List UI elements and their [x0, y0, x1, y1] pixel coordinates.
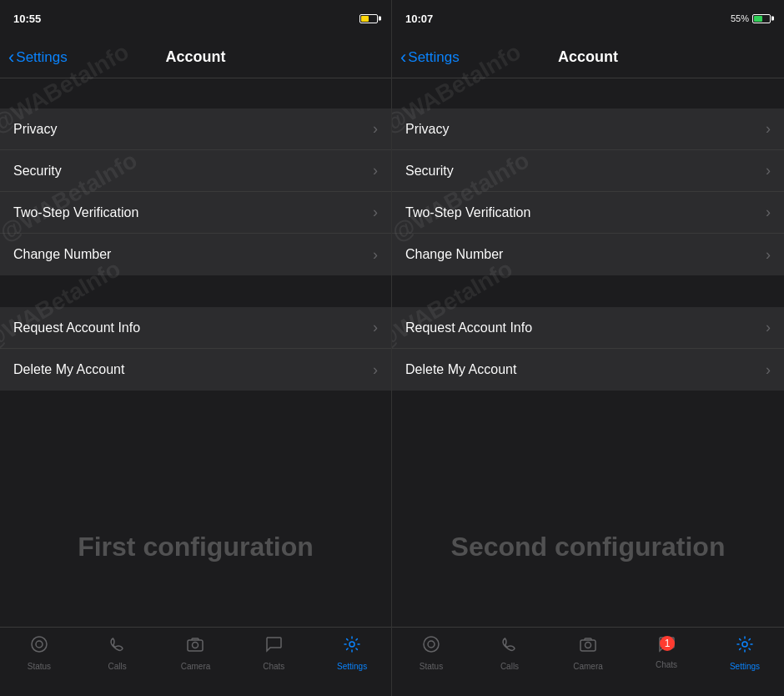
- svg-point-1: [36, 641, 43, 648]
- status-icon-2: [421, 634, 441, 659]
- settings-icon-2: [735, 634, 755, 659]
- tab-camera-2[interactable]: Camera: [549, 634, 627, 671]
- tab-calls-1[interactable]: Calls: [78, 634, 157, 671]
- tab-status-1[interactable]: Status: [0, 634, 78, 671]
- menu-label-security-2: Security: [405, 164, 454, 179]
- chevron-privacy-2: ›: [766, 120, 771, 138]
- chevron-deleteaccount-2: ›: [766, 361, 771, 379]
- tab-label-status-1: Status: [28, 662, 51, 671]
- battery-area-1: [359, 14, 378, 23]
- menu-item-requestinfo-1[interactable]: Request Account Info ›: [0, 307, 391, 349]
- chats-badge-2: 1: [660, 636, 675, 651]
- tab-label-calls-2: Calls: [500, 662, 519, 671]
- menu-item-security-2[interactable]: Security ›: [392, 150, 784, 192]
- menu-item-privacy-2[interactable]: Privacy ›: [392, 108, 784, 150]
- battery-fill-2: [754, 16, 762, 22]
- calls-icon-2: [500, 634, 520, 659]
- chevron-changenumber-1: ›: [373, 246, 378, 264]
- menu-label-twostep-1: Two-Step Verification: [13, 205, 138, 220]
- chevron-security-1: ›: [373, 162, 378, 179]
- time-2: 10:07: [405, 13, 433, 25]
- spacer-2b: [392, 277, 784, 307]
- svg-point-9: [742, 642, 747, 647]
- menu-item-privacy-1[interactable]: Privacy ›: [0, 108, 391, 150]
- menu-group-1a: Privacy › Security › Two-Step Verificati…: [0, 108, 391, 275]
- menu-item-deleteaccount-2[interactable]: Delete My Account ›: [392, 349, 784, 391]
- content-1: Privacy › Security › Two-Step Verificati…: [0, 78, 391, 627]
- back-label-2[interactable]: Settings: [408, 49, 459, 66]
- tab-bar-1: Status Calls Camera Chats Settings: [0, 627, 391, 696]
- spacer-2a: [392, 78, 784, 108]
- menu-label-changenumber-1: Change Number: [13, 247, 111, 262]
- menu-item-changenumber-1[interactable]: Change Number ›: [0, 234, 391, 275]
- battery-icon-1: [359, 14, 378, 23]
- nav-bar-1: ‹ Settings Account: [0, 37, 391, 78]
- svg-point-4: [349, 642, 354, 647]
- chevron-security-2: ›: [766, 162, 771, 179]
- menu-label-twostep-2: Two-Step Verification: [405, 205, 530, 220]
- camera-icon-2: [578, 634, 598, 659]
- calls-icon-1: [108, 634, 128, 659]
- menu-item-requestinfo-2[interactable]: Request Account Info ›: [392, 307, 784, 349]
- menu-label-deleteaccount-1: Delete My Account: [13, 362, 124, 377]
- chevron-requestinfo-1: ›: [373, 319, 378, 336]
- status-bar-2: 10:07 55%: [392, 0, 784, 37]
- battery-fill-1: [361, 16, 369, 22]
- menu-group-1b: Request Account Info › Delete My Account…: [0, 307, 391, 391]
- content-2: Privacy › Security › Two-Step Verificati…: [392, 78, 784, 627]
- battery-area-2: 55%: [731, 13, 771, 23]
- tab-label-camera-1: Camera: [181, 662, 211, 671]
- tab-calls-2[interactable]: Calls: [470, 634, 549, 671]
- back-chevron-1: ‹: [8, 48, 14, 67]
- back-chevron-2: ‹: [400, 48, 406, 67]
- svg-point-8: [585, 643, 591, 648]
- panel-1: 10:55 ‹ Settings Account Privacy › Secur…: [0, 0, 392, 696]
- chevron-requestinfo-2: ›: [766, 319, 771, 336]
- tab-label-chats-2: Chats: [656, 660, 677, 669]
- chevron-twostep-1: ›: [373, 204, 378, 221]
- menu-item-twostep-1[interactable]: Two-Step Verification ›: [0, 192, 391, 234]
- tab-chats-2[interactable]: 1 Chats: [627, 634, 706, 669]
- chevron-changenumber-2: ›: [766, 246, 771, 264]
- menu-label-privacy-1: Privacy: [13, 122, 57, 137]
- panel-2: 10:07 55% ‹ Settings Account Privacy › S…: [392, 0, 784, 696]
- battery-percent-2: 55%: [731, 13, 749, 23]
- menu-group-2b: Request Account Info › Delete My Account…: [392, 307, 784, 391]
- tab-settings-2[interactable]: Settings: [706, 634, 784, 671]
- camera-icon-1: [185, 634, 205, 659]
- tab-label-settings-1: Settings: [337, 662, 367, 671]
- chevron-privacy-1: ›: [373, 120, 378, 138]
- tab-label-chats-1: Chats: [263, 662, 284, 671]
- menu-item-changenumber-2[interactable]: Change Number ›: [392, 234, 784, 275]
- tab-chats-1[interactable]: Chats: [234, 634, 313, 671]
- tab-label-calls-1: Calls: [108, 662, 127, 671]
- menu-label-requestinfo-2: Request Account Info: [405, 320, 532, 335]
- back-button-2[interactable]: ‹ Settings: [400, 48, 460, 67]
- svg-point-5: [424, 637, 439, 652]
- tab-camera-1[interactable]: Camera: [157, 634, 235, 671]
- menu-label-deleteaccount-2: Delete My Account: [405, 362, 516, 377]
- chats-icon-1: [264, 634, 284, 659]
- svg-point-3: [193, 643, 199, 648]
- menu-item-deleteaccount-1[interactable]: Delete My Account ›: [0, 349, 391, 391]
- battery-icon-2: [752, 14, 771, 23]
- chevron-twostep-2: ›: [766, 204, 771, 221]
- spacer-1b: [0, 277, 391, 307]
- status-icon-1: [29, 634, 49, 659]
- back-label-1[interactable]: Settings: [16, 49, 67, 66]
- nav-title-1: Account: [166, 48, 226, 66]
- menu-label-security-1: Security: [13, 164, 62, 179]
- tab-label-status-2: Status: [420, 662, 443, 671]
- nav-title-2: Account: [558, 48, 618, 66]
- chevron-deleteaccount-1: ›: [373, 361, 378, 379]
- menu-item-security-1[interactable]: Security ›: [0, 150, 391, 192]
- status-bar-1: 10:55: [0, 0, 391, 37]
- menu-label-privacy-2: Privacy: [405, 122, 449, 137]
- tab-settings-1[interactable]: Settings: [313, 634, 391, 671]
- tab-status-2[interactable]: Status: [392, 634, 470, 671]
- menu-item-twostep-2[interactable]: Two-Step Verification ›: [392, 192, 784, 234]
- menu-label-changenumber-2: Change Number: [405, 247, 503, 262]
- back-button-1[interactable]: ‹ Settings: [8, 48, 68, 67]
- tab-bar-2: Status Calls Camera 1 Chats Settings: [392, 627, 784, 696]
- menu-group-2a: Privacy › Security › Two-Step Verificati…: [392, 108, 784, 275]
